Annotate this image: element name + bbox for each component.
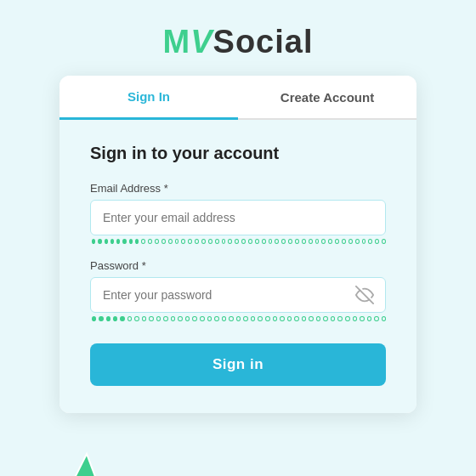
logo: MVSocial	[163, 24, 314, 60]
dot-hollow	[362, 239, 366, 244]
dot-hollow	[162, 239, 166, 244]
svg-marker-1	[70, 454, 97, 476]
dot-hollow	[288, 239, 292, 244]
dot-hollow	[201, 239, 206, 244]
dot-hollow	[275, 239, 279, 244]
password-dot-indicator	[90, 316, 386, 321]
dot-hollow	[262, 239, 266, 244]
dot-hollow	[222, 239, 226, 244]
dot-hollow	[382, 239, 386, 244]
tab-bar: Sign In Create Account	[60, 76, 416, 120]
password-label: Password *	[90, 259, 386, 272]
dot-hollow	[148, 239, 152, 244]
dot	[116, 239, 120, 244]
dot-hollow	[355, 239, 360, 244]
dot-hollow	[192, 316, 197, 321]
email-label: Email Address *	[90, 182, 386, 195]
dot-hollow	[142, 316, 147, 321]
dot	[113, 316, 117, 321]
dot	[110, 239, 114, 244]
dot-hollow	[368, 239, 372, 244]
dot-hollow	[236, 316, 241, 321]
signin-button[interactable]: Sign in	[90, 343, 386, 386]
dot-hollow	[331, 316, 336, 321]
dot-hollow	[185, 316, 190, 321]
dot	[122, 239, 126, 244]
cursor-arrow-icon	[61, 445, 112, 476]
dot	[92, 239, 95, 244]
dot-hollow	[360, 316, 365, 321]
toggle-password-button[interactable]	[352, 282, 377, 308]
logo-social: Social	[213, 24, 314, 60]
dot	[120, 316, 124, 321]
dot-hollow	[281, 239, 286, 244]
dot-hollow	[215, 239, 219, 244]
email-field-group: Email Address *	[90, 182, 386, 244]
dot-hollow	[195, 239, 199, 244]
eye-off-icon	[355, 286, 374, 304]
dot-hollow	[280, 316, 285, 321]
form-area: Sign in to your account Email Address *	[60, 120, 416, 413]
dot-hollow	[207, 316, 212, 321]
dot-hollow	[243, 316, 248, 321]
dot-hollow	[337, 316, 343, 321]
dot-hollow	[295, 239, 299, 244]
email-input[interactable]	[90, 200, 386, 235]
dot	[129, 239, 133, 244]
logo-m: M	[163, 24, 191, 60]
dot-hollow	[287, 316, 292, 321]
dot-hollow	[345, 316, 350, 321]
dot	[92, 316, 96, 321]
dot-hollow	[149, 316, 154, 321]
dot-hollow	[200, 316, 205, 321]
dot-hollow	[348, 239, 353, 244]
dot-hollow	[178, 316, 183, 321]
dot-hollow	[208, 239, 212, 244]
tab-create-account[interactable]: Create Account	[238, 76, 416, 118]
dot-hollow	[323, 316, 328, 321]
dot-hollow	[374, 316, 379, 321]
auth-card: Sign In Create Account Sign in to your a…	[60, 76, 416, 413]
dot	[98, 239, 101, 244]
dot-hollow	[328, 239, 332, 244]
tab-signin[interactable]: Sign In	[60, 76, 238, 120]
dot-hollow	[382, 316, 387, 321]
dot-hollow	[302, 239, 306, 244]
dot-hollow	[302, 316, 307, 321]
logo-v: V	[190, 24, 212, 60]
dot-hollow	[222, 316, 227, 321]
dot-hollow	[155, 239, 159, 244]
dot-hollow	[175, 239, 179, 244]
dot-hollow	[367, 316, 372, 321]
email-dot-indicator	[90, 239, 386, 244]
dot-hollow	[168, 239, 173, 244]
dot-hollow	[229, 316, 234, 321]
dot-hollow	[265, 316, 270, 321]
dot-hollow	[163, 316, 168, 321]
dot-hollow	[315, 239, 320, 244]
dot-hollow	[294, 316, 299, 321]
dot-hollow	[228, 239, 232, 244]
dot	[105, 239, 108, 244]
password-input[interactable]	[90, 277, 386, 313]
dot-hollow	[321, 239, 326, 244]
dot-hollow	[273, 316, 278, 321]
dot-hollow	[309, 239, 313, 244]
dot-hollow	[335, 239, 339, 244]
dot-hollow	[214, 316, 219, 321]
dot-hollow	[309, 316, 314, 321]
dot-hollow	[241, 239, 246, 244]
dot-hollow	[258, 316, 263, 321]
dot-hollow	[188, 239, 192, 244]
dot-hollow	[141, 239, 145, 244]
dot	[135, 239, 139, 244]
dot-hollow	[255, 239, 259, 244]
dot	[99, 316, 103, 321]
dot-hollow	[316, 316, 321, 321]
dot-hollow	[128, 316, 133, 321]
dot-hollow	[353, 316, 358, 321]
dot-hollow	[171, 316, 176, 321]
dot-hollow	[248, 239, 252, 244]
dot-hollow	[235, 239, 239, 244]
form-title: Sign in to your account	[90, 144, 386, 163]
